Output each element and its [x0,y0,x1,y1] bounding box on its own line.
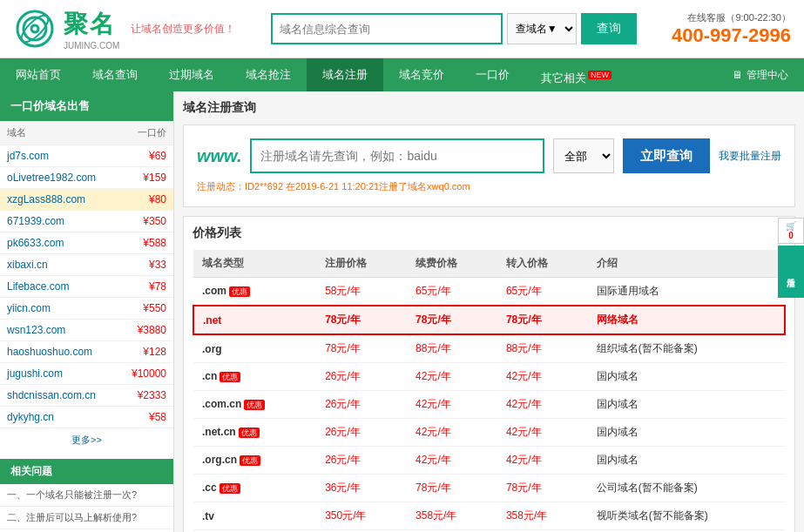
hot-tag: 优惠 [239,428,260,438]
logo-main-text: 聚名 [64,8,119,41]
td-renew: 65元/年 [407,278,497,306]
online-service-text: 在线客服（9:00-22:30） [672,11,791,24]
sidebar-domain-link[interactable]: xibaxi.cn [7,259,114,271]
list-item: haoshuoshuo.com ¥128 [0,341,173,363]
sidebar-title: 一口价域名出售 [0,91,173,121]
sidebar-domain-link[interactable]: dykyhg.cn [7,411,114,423]
sidebar-domain-link[interactable]: jd7s.com [7,150,114,162]
nav-home[interactable]: 网站首页 [0,58,77,91]
sidebar-domain-link[interactable]: oLivetree1982.com [7,172,114,184]
td-intro: 视听类域名(暂不能备案) [588,502,785,530]
list-item: yiicn.com ¥550 [0,298,173,320]
th-reg: 注册价格 [316,250,407,278]
hot-tag: 优惠 [220,372,240,382]
sidebar-header-row: 域名 一口价 [0,121,173,145]
td-transfer: 42元/年 [497,391,588,419]
sidebar-domain-link[interactable]: Lifebace.com [7,280,114,293]
td-intro: 国内域名 [588,419,785,447]
td-transfer: 358元/年 [497,502,588,530]
reg-notice: 注册动态：ID2**692 在2019-6-21 11:20:21注册了域名xw… [197,180,781,193]
nav-grab[interactable]: 域名抢注 [230,58,307,91]
sidebar-domain-link[interactable]: xzgLass888.com [7,193,114,205]
td-intro: 国内域名 [588,363,785,391]
td-intro: 公司域名(暂不能备案) [588,475,785,502]
sidebar-domain-link[interactable]: jugushi.com [7,367,114,380]
td-transfer: 65元/年 [497,278,588,306]
www-badge: www. [197,146,241,166]
table-row: .tv 350元/年 358元/年 358元/年 视听类域名(暂不能备案) [193,502,785,530]
main-search-input[interactable] [271,13,503,44]
sidebar-price: ¥10000 [114,367,166,380]
nav-domain-query[interactable]: 域名查询 [77,58,153,91]
reg-search-button[interactable]: 立即查询 [623,138,710,173]
sidebar-domain-link[interactable]: haoshuoshuo.com [7,346,114,358]
logo-icon [13,7,57,51]
list-item: wsn123.com ¥3880 [0,320,173,341]
sidebar-price: ¥78 [114,280,166,293]
right-float-panel: 🛒 0 注册清单 [778,218,804,298]
td-renew: 78元/年 [407,306,497,334]
table-row: .cn优惠 26元/年 42元/年 42元/年 国内域名 [193,363,785,391]
float-register-btn[interactable]: 注册清单 [778,246,804,298]
table-row: .org.cn优惠 26元/年 42元/年 42元/年 国内域名 [193,447,785,475]
nav-admin[interactable]: 🖥 管理中心 [716,68,804,83]
sidebar-price: ¥2333 [114,389,166,401]
list-item: Lifebace.com ¥78 [0,276,173,298]
td-reg: 58元/年 [316,278,407,306]
td-type: .tv [193,502,316,530]
reg-domain-input[interactable] [250,138,544,173]
sidebar-col-price-header: 一口价 [121,121,173,145]
td-renew: 78元/年 [407,475,497,502]
td-transfer: 88元/年 [497,334,588,363]
nav-expired[interactable]: 过期域名 [153,58,230,91]
list-item: shdcnissan.com.cn ¥2333 [0,385,173,407]
sidebar-price: ¥3880 [114,324,166,336]
sidebar-domain-link[interactable]: pk6633.com [7,237,114,249]
hot-tag: 优惠 [244,400,265,410]
table-row: .org 78元/年 88元/年 88元/年 组织域名(暂不能备案) [193,334,785,363]
logo-slogan: 让域名创造更多价值！ [131,22,235,37]
th-type: 域名类型 [193,250,316,278]
nav-auction[interactable]: 域名竞价 [383,58,460,91]
sidebar-price: ¥33 [114,259,166,271]
main-search-button[interactable]: 查询 [581,13,637,44]
sidebar-domain-link[interactable]: yiicn.com [7,302,114,314]
list-item[interactable]: 二、注册后可以马上解析使用? [0,507,173,529]
price-table-title: 价格列表 [193,226,786,241]
nav-register[interactable]: 域名注册 [307,58,383,91]
batch-reg-link[interactable]: 我要批量注册 [719,149,781,164]
main-layout: 一口价域名出售 域名 一口价 jd7s.com ¥69 oLivetree198… [0,91,804,532]
cart-icon: 🛒 [781,221,801,231]
td-reg: 350元/年 [316,502,407,530]
td-transfer: 78元/年 [497,306,588,334]
list-item: xzgLass888.com ¥80 [0,189,173,211]
td-type: .cn优惠 [193,363,316,391]
sidebar-price: ¥159 [114,172,166,184]
sidebar-domain-link[interactable]: shdcnissan.com.cn [7,389,114,401]
list-item: jugushi.com ¥10000 [0,363,173,385]
td-reg: 26元/年 [316,363,407,391]
search-type-select[interactable]: 查域名▼ [507,13,577,44]
td-reg: 78元/年 [316,334,407,363]
td-type: .com优惠 [193,278,316,306]
hot-tag: 优惠 [220,483,240,494]
contact-area: 在线客服（9:00-22:30） 400-997-2996 [672,11,791,47]
td-reg: 36元/年 [316,475,407,502]
sidebar-domain-link[interactable]: 671939.com [7,215,114,227]
td-transfer: 42元/年 [497,419,588,447]
table-row: .net.cn优惠 26元/年 42元/年 42元/年 国内域名 [193,419,785,447]
sidebar-more-link[interactable]: 更多>> [71,434,102,445]
logo-sub-text: JUMING.COM [64,41,119,51]
list-item: oLivetree1982.com ¥159 [0,167,173,189]
related-title: 相关问题 [0,459,173,484]
nav-fixed-price[interactable]: 一口价 [460,58,525,91]
table-row: .net 78元/年 78元/年 78元/年 网络域名 [193,306,785,334]
td-renew: 42元/年 [407,363,497,391]
sidebar-domain-link[interactable]: wsn123.com [7,324,114,336]
list-item[interactable]: 一、一个域名只能被注册一次? [0,484,173,507]
reg-tld-select[interactable]: 全部 .com .net .cn [553,138,614,173]
th-renew: 续费价格 [407,250,497,278]
nav-other[interactable]: 其它相关NEW [525,58,627,91]
table-row: .com.cn优惠 26元/年 42元/年 42元/年 国内域名 [193,391,785,419]
td-transfer: 78元/年 [497,475,588,502]
